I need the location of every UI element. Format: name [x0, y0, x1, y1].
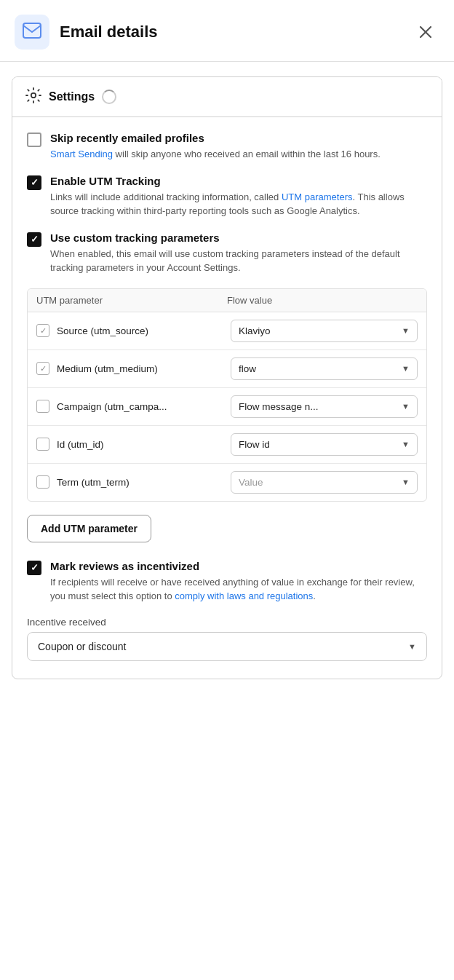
utm-source-checkbox[interactable]	[36, 324, 49, 337]
utm-term-checkbox[interactable]	[36, 475, 49, 489]
utm-row-medium: Medium (utm_medium) flow ▼	[28, 350, 426, 388]
utm-term-value: Value	[239, 477, 263, 488]
skip-profiles-label: Skip recently emailed profiles	[50, 132, 427, 144]
utm-medium-checkbox[interactable]	[36, 362, 49, 375]
mark-reviews-section: Mark reviews as incentivized If recipien…	[27, 560, 427, 661]
header-left: Email details	[15, 15, 158, 50]
utm-row-id: Id (utm_id) Flow id ▼	[28, 426, 426, 464]
utm-tracking-label: Enable UTM Tracking	[50, 175, 427, 187]
settings-header: Settings	[12, 77, 442, 117]
add-utm-label: Add UTM parameter	[41, 523, 138, 534]
header-divider	[0, 61, 454, 62]
chevron-down-icon: ▼	[402, 326, 410, 335]
mark-reviews-desc: If recipients will receive or have recei…	[50, 575, 427, 604]
mark-reviews-row: Mark reviews as incentivized If recipien…	[27, 560, 427, 604]
close-button[interactable]	[415, 21, 437, 43]
gear-icon	[25, 87, 41, 106]
chevron-down-icon: ▼	[408, 642, 416, 651]
add-utm-button[interactable]: Add UTM parameter	[27, 515, 151, 542]
utm-medium-label: Medium (utm_medium)	[57, 363, 158, 374]
custom-tracking-desc: When enabled, this email will use custom…	[50, 247, 427, 275]
utm-tracking-checkbox[interactable]	[27, 175, 41, 190]
utm-row-term-left: Term (utm_term)	[36, 475, 223, 489]
utm-id-checkbox[interactable]	[36, 438, 49, 451]
utm-id-label: Id (utm_id)	[57, 439, 104, 450]
utm-table: UTM parameter Flow value Source (utm_sou…	[27, 288, 427, 502]
custom-tracking-checkbox[interactable]	[27, 232, 41, 247]
mark-reviews-label-group: Mark reviews as incentivized If recipien…	[50, 560, 427, 604]
utm-campaign-dropdown[interactable]: Flow message n... ▼	[231, 395, 418, 418]
chevron-down-icon: ▼	[402, 402, 410, 411]
utm-row-id-left: Id (utm_id)	[36, 438, 223, 451]
utm-tracking-desc: Links will include additional tracking i…	[50, 190, 427, 218]
utm-source-dropdown[interactable]: Klaviyo ▼	[231, 320, 418, 342]
email-icon-wrapper	[15, 15, 49, 50]
utm-campaign-checkbox[interactable]	[36, 400, 49, 413]
utm-medium-dropdown[interactable]: flow ▼	[231, 357, 418, 380]
skip-profiles-checkbox[interactable]	[27, 133, 41, 147]
utm-term-label: Term (utm_term)	[57, 477, 130, 488]
utm-parameters-link[interactable]: UTM parameters	[282, 191, 353, 202]
utm-row-medium-left: Medium (utm_medium)	[36, 362, 223, 375]
page-title: Email details	[60, 23, 158, 42]
header: Email details	[0, 0, 454, 61]
settings-title: Settings	[49, 90, 95, 103]
utm-row-campaign: Campaign (utm_campa... Flow message n...…	[28, 388, 426, 426]
utm-id-value: Flow id	[239, 439, 270, 450]
comply-link[interactable]: comply with laws and regulations	[175, 590, 313, 601]
utm-row-source: Source (utm_source) Klaviyo ▼	[28, 312, 426, 350]
email-icon	[23, 23, 41, 42]
chevron-down-icon: ▼	[402, 440, 410, 448]
utm-row-campaign-left: Campaign (utm_campa...	[36, 400, 223, 413]
utm-row-term: Term (utm_term) Value ▼	[28, 464, 426, 501]
mark-reviews-label: Mark reviews as incentivized	[50, 560, 427, 572]
skip-profiles-desc: Smart Sending will skip anyone who recei…	[50, 147, 427, 162]
utm-source-label: Source (utm_source)	[57, 325, 148, 336]
utm-term-dropdown[interactable]: Value ▼	[231, 471, 418, 494]
svg-rect-0	[23, 23, 41, 38]
utm-col-value: Flow value	[227, 295, 418, 306]
incentive-label: Incentive received	[27, 617, 427, 628]
utm-campaign-value: Flow message n...	[239, 401, 319, 412]
settings-spinner	[102, 90, 116, 104]
utm-tracking-row: Enable UTM Tracking Links will include a…	[27, 175, 427, 218]
mark-reviews-checkbox[interactable]	[27, 561, 41, 575]
utm-medium-value: flow	[239, 363, 256, 374]
custom-tracking-row: Use custom tracking parameters When enab…	[27, 232, 427, 275]
utm-id-dropdown[interactable]: Flow id ▼	[231, 433, 418, 456]
chevron-down-icon: ▼	[402, 478, 410, 486]
utm-table-header: UTM parameter Flow value	[28, 289, 426, 312]
utm-source-value: Klaviyo	[239, 325, 271, 336]
custom-tracking-label: Use custom tracking parameters	[50, 232, 427, 244]
utm-tracking-label-group: Enable UTM Tracking Links will include a…	[50, 175, 427, 218]
page: Email details Settings	[0, 0, 454, 980]
custom-tracking-label-group: Use custom tracking parameters When enab…	[50, 232, 427, 275]
svg-point-3	[31, 93, 36, 98]
chevron-down-icon: ▼	[402, 364, 410, 373]
skip-profiles-row: Skip recently emailed profiles Smart Sen…	[27, 132, 427, 162]
incentive-value: Coupon or discount	[38, 641, 126, 652]
settings-body: Skip recently emailed profiles Smart Sen…	[12, 117, 442, 679]
settings-section: Settings Skip recently emailed profiles …	[12, 76, 442, 679]
incentive-dropdown[interactable]: Coupon or discount ▼	[27, 632, 427, 661]
utm-campaign-label: Campaign (utm_campa...	[57, 401, 167, 412]
utm-row-source-left: Source (utm_source)	[36, 324, 223, 337]
smart-sending-link[interactable]: Smart Sending	[50, 149, 113, 159]
utm-col-parameter: UTM parameter	[36, 295, 227, 306]
skip-profiles-label-group: Skip recently emailed profiles Smart Sen…	[50, 132, 427, 162]
